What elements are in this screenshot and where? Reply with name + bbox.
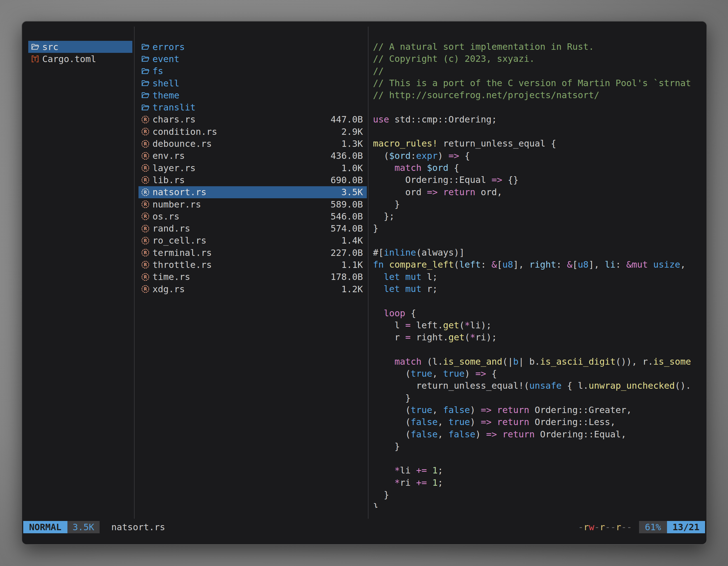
code-line: macro_rules! return_unless_equal { [373,138,704,150]
file-row-shell[interactable]: shell [138,77,367,89]
file-row-xdg.rs[interactable]: Rxdg.rs1.2K [138,283,367,295]
file-row-env.rs[interactable]: Renv.rs436.0B [138,150,367,162]
code-line: return_unless_equal!(unsafe { l.unwrap_u… [373,380,704,392]
file-name: xdg.rs [152,284,185,294]
code-line: (false, false) => return Ordering::Equal… [373,428,704,440]
pane-divider-left [134,27,135,519]
code-line: *ri += 1; [373,477,704,489]
rust-file-icon: R [141,163,150,173]
rust-file-icon: R [141,188,150,197]
file-size: 436.0B [330,151,363,161]
svg-text:R: R [144,214,147,219]
file-row-fs[interactable]: fs [138,65,367,77]
file-row-debounce.rs[interactable]: Rdebounce.rs1.3K [138,138,367,150]
file-row-number.rs[interactable]: Rnumber.rs589.0B [138,198,367,210]
code-line [373,126,704,138]
code-line: let mut r; [373,283,704,295]
status-right-group: -rw-r--r-- 61% 13/21 [578,521,705,533]
svg-text:R: R [144,141,147,146]
rust-file-icon: R [141,260,150,269]
code-line: use std::cmp::Ordering; [373,114,704,126]
file-row-layer.rs[interactable]: Rlayer.rs1.0K [138,162,367,174]
file-row-time.rs[interactable]: Rtime.rs178.0B [138,271,367,283]
file-row-lib.rs[interactable]: Rlib.rs690.0B [138,174,367,186]
file-size: 447.0B [330,114,363,125]
svg-text:R: R [144,153,147,158]
code-line: let mut l; [373,271,704,283]
file-size: 1.0K [341,163,363,173]
file-size: 1.2K [341,284,363,294]
status-bar: NORMAL 3.5K natsort.rs -rw-r--r-- 61% 13… [23,521,705,533]
folder-open-icon [141,54,150,64]
terminal-window: srcCargo.toml errorseventfsshellthemetra… [22,21,707,545]
code-line: (true, true) => { [373,368,704,380]
desktop-background: srcCargo.toml errorseventfsshellthemetra… [0,0,728,566]
file-row-throttle.rs[interactable]: Rthrottle.rs1.1K [138,259,367,271]
file-name: rand.rs [152,223,190,234]
code-line: (true, false) => return Ordering::Greate… [373,404,704,416]
file-size: 178.0B [330,272,363,282]
code-line: *li += 1; [373,464,704,476]
folder-open-icon [30,42,40,51]
file-name: natsort.rs [152,187,206,198]
file-row-chars.rs[interactable]: Rchars.rs447.0B [138,114,367,126]
file-row-rand.rs[interactable]: Rrand.rs574.0B [138,222,367,234]
svg-text:R: R [144,129,147,134]
file-row-os.rs[interactable]: Ros.rs546.0B [138,210,367,222]
file-row-ro_cell.rs[interactable]: Rro_cell.rs1.4K [138,235,367,247]
rust-file-icon: R [141,151,150,161]
file-row-condition.rs[interactable]: Rcondition.rs2.9K [138,126,367,138]
file-name: lib.rs [152,175,185,186]
file-name: chars.rs [152,114,196,125]
code-line [373,452,704,464]
pane-divider-right [368,27,368,519]
file-size: 1.4K [341,235,363,246]
scroll-percent-badge: 61% [639,521,667,533]
file-size: 227.0B [330,248,363,258]
rust-file-icon: R [141,248,150,257]
file-row-event[interactable]: event [138,53,367,65]
svg-text:R: R [144,262,147,267]
code-line: } [373,501,704,508]
file-row-Cargo.toml[interactable]: Cargo.toml [28,53,132,65]
rust-file-icon: R [141,200,150,209]
file-name: ro_cell.rs [152,235,206,246]
svg-text:R: R [144,286,147,292]
file-row-natsort.rs[interactable]: Rnatsort.rs3.5K [138,186,367,198]
folder-open-icon [141,91,150,100]
file-name: env.rs [152,151,185,161]
file-row-translit[interactable]: translit [138,101,367,113]
file-size: 690.0B [330,175,363,186]
folder-open-icon [141,103,150,112]
code-line [373,101,704,113]
permissions-text: -rw-r--r-- [578,521,632,533]
code-line: } [373,440,704,452]
code-line: ord => return ord, [373,186,704,198]
code-line: ($ord:expr) => { [373,150,704,162]
code-line: // http://sourcefrog.net/projects/natsor… [373,89,704,101]
code-line: // Copyright (c) 2023, sxyazi. [373,53,704,65]
preview-pane: // A natural sort implementation in Rust… [373,41,704,508]
rust-file-icon: R [141,273,150,282]
file-name: Cargo.toml [42,54,96,64]
code-line: // A natural sort implementation in Rust… [373,41,704,53]
file-size: 2.9K [341,126,363,137]
file-row-errors[interactable]: errors [138,41,367,53]
code-line: match (l.is_some_and(|b| b.is_ascii_digi… [373,356,704,368]
file-name: theme [152,90,179,101]
file-row-terminal.rs[interactable]: Rterminal.rs227.0B [138,247,367,259]
code-line: l = left.get(*li); [373,319,704,331]
rust-file-icon: R [141,175,150,185]
code-line: (false, true) => return Ordering::Less, [373,416,704,428]
status-filename: natsort.rs [111,521,165,533]
file-name: shell [152,78,179,89]
file-size: 1.3K [341,139,363,149]
file-name: terminal.rs [152,248,212,258]
code-line: Ordering::Equal => {} [373,174,704,186]
file-name: time.rs [152,272,190,282]
file-size: 3.5K [341,187,363,198]
file-row-theme[interactable]: theme [138,89,367,101]
code-line: #[inline(always)] [373,247,704,259]
file-row-src[interactable]: src [28,41,132,53]
file-name: condition.rs [152,126,217,137]
